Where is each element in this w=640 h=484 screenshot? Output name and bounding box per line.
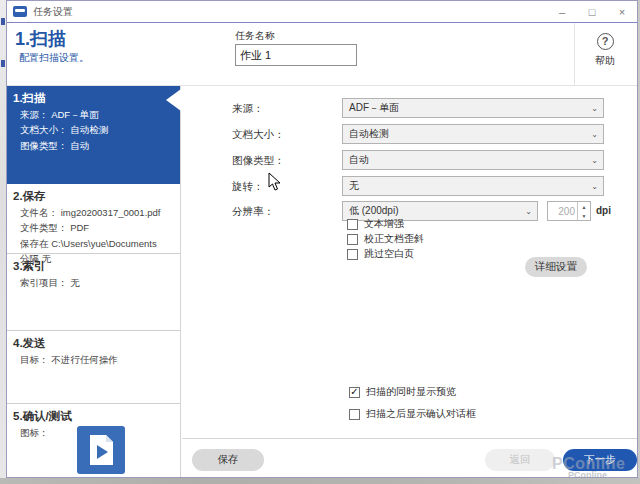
stepper-up-icon[interactable]: ▲ (578, 202, 590, 211)
chevron-down-icon: ⌄ (591, 130, 598, 139)
help-label: 帮助 (583, 54, 627, 68)
stepper-buttons: ▲ ▼ (577, 202, 590, 220)
page-subtitle: 配置扫描设置。 (19, 51, 89, 65)
task-name-input[interactable] (235, 44, 357, 66)
checkbox-label: 校正文档歪斜 (364, 232, 424, 246)
help-button[interactable]: ? 帮助 (583, 31, 627, 68)
checkbox-label: 扫描的同时显示预览 (366, 385, 456, 399)
sidebar-item-detail: 文件类型： PDF (20, 222, 174, 235)
sidebar-item-confirm-test[interactable]: 5.确认/测试 图标： (7, 404, 180, 479)
sidebar-item-detail: 来源： ADF－单面 (20, 109, 174, 122)
chevron-down-icon: ⌄ (591, 182, 598, 191)
sidebar-item-scan[interactable]: 1.扫描 来源： ADF－单面 文档大小： 自动检测 图像类型： 自动 (7, 86, 180, 184)
detail-settings-button[interactable]: 详细设置 (525, 257, 587, 277)
checkbox-label: 跳过空白页 (364, 247, 414, 261)
image-type-label: 图像类型： (232, 154, 285, 168)
page-title: 1.扫描 (15, 27, 66, 51)
background-mark (1, 60, 5, 67)
chevron-down-icon: ⌄ (591, 104, 598, 113)
sidebar-item-title: 1.扫描 (13, 91, 174, 106)
sidebar-item-title: 5.确认/测试 (13, 409, 174, 424)
dropdown-value: 自动 (349, 153, 369, 167)
dropdown-value: 自动检测 (349, 127, 389, 141)
chevron-down-icon: ⌄ (591, 156, 598, 165)
sidebar-item-save[interactable]: 2.保存 文件名： img20200317_0001.pdf 文件类型： PDF… (7, 184, 180, 254)
divider (574, 23, 575, 85)
sidebar-item-send[interactable]: 4.发送 目标： 不进行任何操作 (7, 331, 180, 404)
scanner-app-icon (13, 6, 27, 17)
sidebar-item-title: 2.保存 (13, 189, 174, 204)
sidebar-item-title: 3.索引 (13, 259, 174, 274)
sidebar-item-detail: 保存在 C:\Users\yue\Documents (20, 238, 174, 251)
window-title: 任务设置 (33, 5, 73, 19)
maximize-button[interactable]: □ (577, 1, 607, 22)
back-button[interactable]: 返回 (485, 449, 555, 471)
scan-settings-panel: 来源： ADF－单面 ⌄ 文档大小： 自动检测 ⌄ 图像类型： 自动 ⌄ 旋转：… (182, 86, 637, 477)
dropdown-value: 低 (200dpi) (349, 204, 398, 218)
dropdown-value: 无 (349, 179, 359, 193)
preview-checkbox-row: ✓ 扫描的同时显示预览 (349, 385, 456, 399)
help-icon[interactable]: ? (597, 33, 614, 50)
sidebar-item-detail: 文件名： img20200317_0001.pdf (20, 207, 174, 220)
confirm-dialog-checkbox[interactable] (349, 409, 360, 420)
sidebar-item-detail: 图像类型： 自动 (20, 140, 174, 153)
skip-blank-checkbox[interactable] (347, 249, 358, 260)
dpi-unit-label: dpi (596, 205, 611, 216)
dpi-value-input[interactable] (548, 202, 577, 220)
document-play-icon (77, 426, 125, 474)
background-mark (1, 18, 5, 25)
dropdown-value: ADF－单面 (349, 101, 399, 115)
footer-divider (182, 438, 637, 439)
sidebar-item-title: 4.发送 (13, 336, 174, 351)
text-enhance-checkbox[interactable] (347, 219, 358, 230)
source-dropdown[interactable]: ADF－单面 ⌄ (342, 98, 604, 118)
steps-sidebar: 1.扫描 来源： ADF－单面 文档大小： 自动检测 图像类型： 自动 2.保存… (7, 86, 181, 477)
window-controls: – □ × (547, 1, 637, 22)
preview-while-scan-checkbox[interactable]: ✓ (349, 387, 360, 398)
sidebar-item-detail: 图标： (20, 427, 49, 440)
sidebar-item-detail: 索引项目： 无 (20, 277, 174, 290)
task-name-label: 任务名称 (235, 29, 275, 43)
task-settings-window: 任务设置 – □ × 1.扫描 配置扫描设置。 任务名称 ? 帮助 1.扫描 来… (6, 0, 638, 478)
minimize-button[interactable]: – (547, 1, 577, 22)
deskew-checkbox-row: 校正文档歪斜 (347, 232, 424, 246)
rotation-dropdown[interactable]: 无 ⌄ (342, 176, 604, 196)
confirm-dialog-checkbox-row: 扫描之后显示确认对话框 (349, 407, 476, 421)
checkbox-label: 文本增强 (364, 217, 404, 231)
next-button[interactable]: 下一步 (563, 449, 637, 471)
save-button[interactable]: 保存 (192, 449, 264, 471)
titlebar: 任务设置 – □ × (7, 1, 637, 23)
source-label: 来源： (232, 102, 264, 116)
image-type-dropdown[interactable]: 自动 ⌄ (342, 150, 604, 170)
sidebar-item-detail: 文档大小： 自动检测 (20, 124, 174, 137)
chevron-down-icon: ⌄ (525, 207, 532, 216)
sidebar-item-detail: 目标： 不进行任何操作 (20, 354, 174, 367)
rotation-label: 旋转： (232, 180, 264, 194)
text-enhance-checkbox-row: 文本增强 (347, 217, 404, 231)
document-size-label: 文档大小： (232, 128, 285, 142)
skip-blank-checkbox-row: 跳过空白页 (347, 247, 414, 261)
close-button[interactable]: × (607, 1, 637, 22)
header: 1.扫描 配置扫描设置。 任务名称 ? 帮助 (7, 23, 637, 86)
deskew-checkbox[interactable] (347, 234, 358, 245)
document-size-dropdown[interactable]: 自动检测 ⌄ (342, 124, 604, 144)
stepper-down-icon[interactable]: ▼ (578, 211, 590, 220)
selected-step-arrow (166, 89, 181, 111)
dpi-stepper[interactable]: ▲ ▼ (547, 201, 591, 221)
resolution-label: 分辨率： (232, 205, 274, 219)
checkbox-label: 扫描之后显示确认对话框 (366, 407, 476, 421)
sidebar-item-index[interactable]: 3.索引 索引项目： 无 (7, 254, 180, 331)
